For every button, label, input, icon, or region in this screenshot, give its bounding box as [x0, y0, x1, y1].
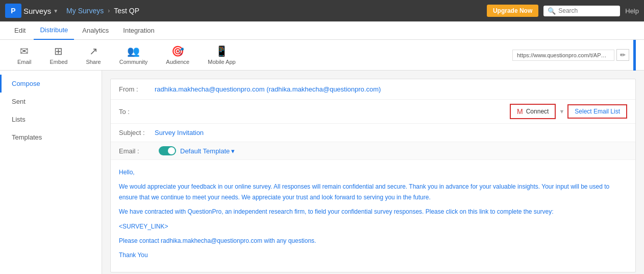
email-paragraph3: Please contact radhika.makhecha@question…: [119, 236, 627, 246]
to-actions: M Connect ▼ Select Email List: [510, 104, 627, 119]
community-icon: 👥: [127, 45, 140, 57]
embed-icon: ⊞: [54, 45, 63, 57]
subject-value: Survey Invitation: [155, 129, 627, 136]
from-value: radhika.makhecha@questionpro.com (radhik…: [155, 85, 627, 93]
breadcrumb-separator: ›: [108, 7, 110, 14]
blue-bar-accent: [633, 40, 636, 71]
toolbar-audience[interactable]: 🎯 Audience: [157, 42, 199, 68]
nav-analytics[interactable]: Analytics: [76, 21, 115, 40]
toolbar: ✉ Email ⊞ Embed ↗ Share 👥 Community 🎯 Au…: [0, 40, 644, 71]
toolbar-email-label: Email: [17, 59, 32, 65]
from-label: From :: [119, 85, 155, 93]
brand-logo: P: [5, 4, 21, 18]
breadcrumb-my-surveys[interactable]: My Surveys: [66, 7, 104, 15]
top-nav: P Surveys ▼ My Surveys › Test QP Upgrade…: [0, 0, 644, 21]
to-label: To :: [119, 108, 155, 116]
toolbar-community[interactable]: 👥 Community: [110, 42, 157, 68]
email-toggle[interactable]: [159, 146, 176, 155]
email-body: Hello, We would appreciate your feedback…: [111, 160, 635, 272]
help-link[interactable]: Help: [625, 7, 639, 15]
toolbar-community-label: Community: [119, 59, 148, 65]
search-box: 🔍: [543, 6, 620, 16]
toolbar-mobile-label: Mobile App: [208, 59, 235, 65]
gmail-icon: M: [517, 107, 523, 116]
share-icon: ↗: [89, 45, 98, 57]
from-row: From : radhika.makhecha@questionpro.com …: [111, 79, 635, 100]
app-name: Surveys ▼: [23, 7, 58, 15]
nav-distribute[interactable]: Distribute: [34, 21, 74, 40]
search-icon: 🔍: [548, 7, 556, 15]
toolbar-embed[interactable]: ⊞ Embed: [41, 42, 77, 68]
toolbar-email[interactable]: ✉ Email: [8, 42, 41, 68]
nav-integration[interactable]: Integration: [117, 21, 160, 40]
gmail-connect-button[interactable]: M Connect: [510, 104, 556, 119]
to-row: To : M Connect ▼ Select Email List: [111, 100, 635, 124]
edit-url-button[interactable]: ✏: [616, 49, 629, 61]
email-paragraph1: We would appreciate your feedback in our…: [119, 181, 627, 202]
dropdown-arrow: ▼: [558, 108, 565, 115]
toolbar-share[interactable]: ↗ Share: [77, 42, 110, 68]
compose-card: From : radhika.makhecha@questionpro.com …: [110, 79, 636, 272]
select-email-list-button[interactable]: Select Email List: [567, 104, 627, 119]
sidebar: Compose Sent Lists Templates: [0, 71, 102, 274]
gmail-connect-label: Connect: [526, 108, 549, 115]
top-nav-right: Upgrade Now 🔍 Help: [487, 5, 639, 17]
main-layout: Compose Sent Lists Templates From : radh…: [0, 71, 644, 274]
email-survey-link: <SURVEY_LINK>: [119, 221, 627, 232]
mobile-app-icon: 📱: [215, 45, 228, 57]
email-row: Email : Default Template ▾: [111, 142, 635, 160]
breadcrumb-current: Test QP: [114, 7, 139, 15]
email-paragraph2: We have contracted with QuestionPro, an …: [119, 207, 627, 217]
secondary-nav: Edit Distribute Analytics Integration: [0, 21, 644, 40]
sidebar-templates[interactable]: Templates: [0, 128, 102, 146]
toolbar-mobile-app[interactable]: 📱 Mobile App: [199, 42, 244, 68]
sidebar-sent[interactable]: Sent: [0, 93, 102, 110]
email-closing: Thank You: [119, 250, 627, 260]
template-label: Default Template: [180, 147, 230, 155]
toolbar-embed-label: Embed: [50, 59, 68, 65]
content-area: From : radhika.makhecha@questionpro.com …: [102, 71, 644, 274]
survey-url: https://www.questionpro.com/t/APEvH2: [512, 50, 614, 61]
subject-label: Subject :: [119, 129, 155, 136]
search-input[interactable]: [558, 7, 616, 14]
breadcrumb: My Surveys › Test QP: [66, 7, 487, 15]
subject-row: Subject : Survey Invitation: [111, 124, 635, 142]
toolbar-audience-label: Audience: [166, 59, 189, 65]
sidebar-compose[interactable]: Compose: [0, 75, 102, 93]
audience-icon: 🎯: [171, 45, 184, 57]
sidebar-lists[interactable]: Lists: [0, 110, 102, 128]
email-icon: ✉: [20, 45, 29, 57]
toolbar-right: https://www.questionpro.com/t/APEvH2 ✏: [512, 40, 636, 71]
app-name-caret: ▼: [53, 8, 58, 14]
upgrade-button[interactable]: Upgrade Now: [487, 5, 538, 17]
email-greeting: Hello,: [119, 167, 627, 177]
nav-edit[interactable]: Edit: [8, 21, 32, 40]
template-caret: ▾: [231, 147, 235, 155]
toolbar-share-label: Share: [86, 59, 101, 65]
email-label: Email :: [119, 147, 155, 155]
toggle-knob: [168, 147, 175, 154]
template-select-button[interactable]: Default Template ▾: [180, 147, 235, 155]
